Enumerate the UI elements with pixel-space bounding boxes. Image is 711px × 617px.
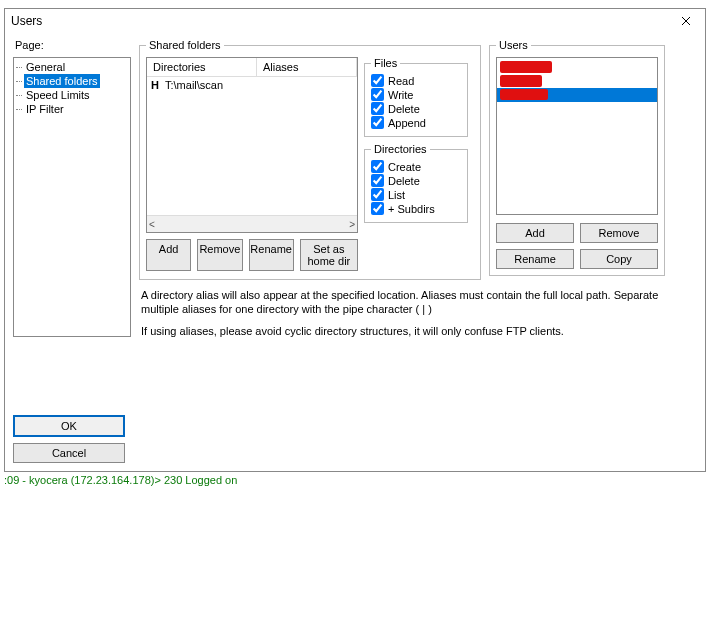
dir-rename-button[interactable]: Rename [249,239,294,271]
tree-item-shared-folders[interactable]: Shared folders [24,74,100,88]
users-section: Users Add Remove Rename Copy [489,39,665,280]
page-label: Page: [15,39,131,51]
user-rename-button[interactable]: Rename [496,249,574,269]
perm-subdirs-checkbox[interactable] [371,202,384,215]
dir-remove-button[interactable]: Remove [197,239,242,271]
files-permissions: Files Read Write Delete Append [364,57,468,137]
close-button[interactable] [671,11,701,31]
perm-read-checkbox[interactable] [371,74,384,87]
shared-folders-section: Shared folders Directories Aliases H [139,39,481,280]
user-add-button[interactable]: Add [496,223,574,243]
perm-delete-checkbox[interactable] [371,102,384,115]
perm-write-checkbox[interactable] [371,88,384,101]
close-icon [681,16,691,26]
ok-button[interactable]: OK [13,415,125,437]
perm-delete[interactable]: Delete [371,102,463,115]
redacted-user-3 [500,89,548,100]
perm-create[interactable]: Create [371,160,463,173]
perm-dir-delete[interactable]: Delete [371,174,463,187]
user-remove-button[interactable]: Remove [580,223,658,243]
help-text-2: If using aliases, please avoid cyclic di… [141,324,695,338]
tree-item-speed-limits[interactable]: Speed Limits [24,88,130,102]
users-list[interactable] [496,57,658,215]
titlebar: Users [5,9,705,33]
left-column: Page: General Shared folders Speed Limit… [13,39,131,463]
col-directories[interactable]: Directories [147,58,257,76]
tree-item-ip-filter[interactable]: IP Filter [24,102,130,116]
users-legend: Users [496,39,531,51]
set-home-dir-button[interactable]: Set as home dir [300,239,358,271]
dirs-legend: Directories [371,143,430,155]
redacted-user-2 [500,75,542,87]
directory-path: T:\mail\scan [165,79,223,91]
directories-header: Directories Aliases [147,58,357,77]
dir-add-button[interactable]: Add [146,239,191,271]
tree-item-general[interactable]: General [24,60,130,74]
perm-dir-delete-checkbox[interactable] [371,174,384,187]
users-dialog: Users Page: General Shared folders Speed… [4,8,706,472]
users-fieldset: Users Add Remove Rename Copy [489,39,665,276]
col-aliases[interactable]: Aliases [257,58,357,76]
horizontal-scrollbar[interactable]: < > [147,215,357,232]
perm-subdirs[interactable]: + Subdirs [371,202,463,215]
help-text-1: A directory alias will also appear at th… [141,288,695,316]
perm-list[interactable]: List [371,188,463,201]
dirs-permissions: Directories Create Delete List + Subdirs [364,143,468,223]
directory-row[interactable]: H T:\mail\scan [147,77,357,93]
page-tree[interactable]: General Shared folders Speed Limits IP F… [13,57,131,337]
dialog-title: Users [11,14,42,28]
permissions-column: Files Read Write Delete Append Directori… [364,57,468,271]
perm-write[interactable]: Write [371,88,463,101]
perm-append[interactable]: Append [371,116,463,129]
shared-folders-legend: Shared folders [146,39,224,51]
shared-folders-fieldset: Shared folders Directories Aliases H [139,39,481,280]
files-legend: Files [371,57,400,69]
redacted-user-1 [500,61,552,73]
scroll-right-icon[interactable]: > [349,219,355,230]
user-copy-button[interactable]: Copy [580,249,658,269]
home-marker: H [151,79,165,91]
scroll-left-icon[interactable]: < [149,219,155,230]
directories-list[interactable]: Directories Aliases H T:\mail\scan < [146,57,358,233]
cancel-button[interactable]: Cancel [13,443,125,463]
status-line: :09 - kyocera (172.23.164.178)> 230 Logg… [0,472,711,486]
perm-read[interactable]: Read [371,74,463,87]
perm-create-checkbox[interactable] [371,160,384,173]
perm-list-checkbox[interactable] [371,188,384,201]
perm-append-checkbox[interactable] [371,116,384,129]
